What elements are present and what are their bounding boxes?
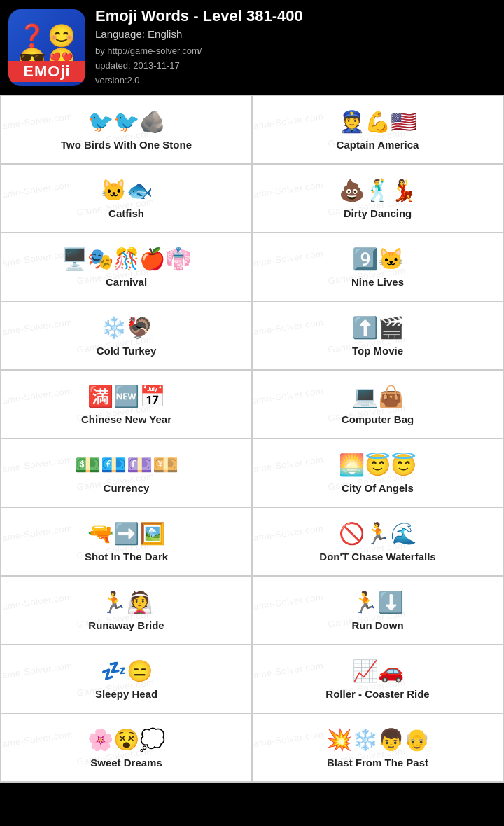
cell-label-11: City Of Angels [342,482,414,495]
grid-cell-12: Game-Solver.comGame-Solver.com🔫➡️🖼️Shot … [1,508,253,577]
cell-emojis-4: 🖥️🎭🎊🍎👘 [62,247,191,272]
watermark: Game-Solver.com [253,317,324,338]
cell-emojis-13: 🚫🏃🌊 [339,521,416,546]
grid-cell-7: Game-Solver.comGame-Solver.com⬆️🎬Top Mov… [253,302,504,371]
cell-emojis-5: 9️⃣🐱 [352,247,404,272]
watermark: Game-Solver.com [253,454,324,475]
watermark: Game-Solver.com [253,591,324,612]
watermark: Game-Solver.com [1,179,73,200]
cell-label-1: Captain America [337,139,419,151]
watermark: Game-Solver.com [253,523,324,544]
meta-info: by http://game-solver.com/ updated: 2013… [95,44,303,88]
grid-cell-4: Game-Solver.comGame-Solver.com🖥️🎭🎊🍎👘Carn… [1,233,253,302]
grid-cell-9: Game-Solver.comGame-Solver.com💻👜Computer… [253,371,504,439]
cell-label-10: Currency [104,482,150,495]
watermark: Game-Solver.com [1,385,73,406]
answer-grid: Game-Solver.comGame-Solver.com🐦🐦🪨Two Bir… [0,95,504,783]
cell-emojis-3: 💩🕺💃 [339,178,416,203]
grid-cell-11: Game-Solver.comGame-Solver.com🌅😇😇City Of… [253,439,504,508]
cell-emojis-17: 📈🚗 [352,659,404,684]
cell-emojis-19: 💥❄️👦👴 [326,727,430,752]
cell-label-16: Sleepy Head [95,688,158,701]
grid-cell-10: Game-Solver.comGame-Solver.com💵💶💷💴Curren… [1,439,253,508]
cell-emojis-8: 🈵🆕📅 [88,384,165,409]
cell-emojis-15: 🏃⬇️ [352,590,404,615]
grid-cell-1: Game-Solver.comGame-Solver.com👮💪🇺🇸Captai… [253,96,504,165]
cell-emojis-18: 🌸😵💭 [88,727,165,752]
cell-label-12: Shot In The Dark [85,551,168,563]
grid-cell-0: Game-Solver.comGame-Solver.com🐦🐦🪨Two Bir… [1,96,253,165]
cell-emojis-10: 💵💶💷💴 [75,453,178,478]
grid-cell-18: Game-Solver.comGame-Solver.com🌸😵💭Sweet D… [1,714,253,783]
cell-label-17: Roller - Coaster Ride [326,688,429,701]
cell-label-18: Sweet Dreams [90,757,162,769]
watermark: Game-Solver.com [253,248,324,269]
watermark: Game-Solver.com [253,660,324,681]
grid-cell-13: Game-Solver.comGame-Solver.com🚫🏃🌊Don'T C… [253,508,504,577]
watermark: Game-Solver.com [1,111,73,132]
grid-cell-15: Game-Solver.comGame-Solver.com🏃⬇️Run Dow… [253,577,504,645]
cell-emojis-11: 🌅😇😇 [339,453,416,478]
cell-emojis-12: 🔫➡️🖼️ [88,521,165,546]
cell-emojis-9: 💻👜 [352,384,404,409]
grid-cell-14: Game-Solver.comGame-Solver.com🏃👰Runaway … [1,577,253,645]
watermark: Game-Solver.com [1,317,73,338]
cell-label-14: Runaway Bride [88,619,164,632]
watermark: Game-Solver.com [253,111,324,132]
grid-cell-19: Game-Solver.comGame-Solver.com💥❄️👦👴Blast… [253,714,504,783]
cell-emojis-2: 🐱🐟 [101,178,153,203]
cell-label-19: Blast From The Past [327,757,428,769]
app-icon: ❓😊 😎😍 EMOji [8,9,85,86]
cell-emojis-14: 🏃👰 [101,590,153,615]
watermark: Game-Solver.com [253,729,324,750]
cell-emojis-0: 🐦🐦🪨 [88,109,165,135]
cell-label-2: Catfish [108,207,144,220]
grid-cell-3: Game-Solver.comGame-Solver.com💩🕺💃Dirty D… [253,165,504,233]
cell-label-13: Don'T Chase Waterfalls [319,551,435,563]
watermark: Game-Solver.com [1,591,73,612]
grid-cell-5: Game-Solver.comGame-Solver.com9️⃣🐱Nine L… [253,233,504,302]
grid-cell-8: Game-Solver.comGame-Solver.com🈵🆕📅Chinese… [1,371,253,439]
grid-cell-2: Game-Solver.comGame-Solver.com🐱🐟Catfish [1,165,253,233]
grid-cell-6: Game-Solver.comGame-Solver.com❄️🦃Cold Tu… [1,302,253,371]
cell-label-3: Dirty Dancing [344,207,412,220]
page-title: Emoji Words - Level 381-400 [95,7,303,25]
grid-cell-17: Game-Solver.comGame-Solver.com📈🚗Roller -… [253,645,504,714]
grid-cell-16: Game-Solver.comGame-Solver.com💤😑Sleepy H… [1,645,253,714]
cell-emojis-1: 👮💪🇺🇸 [339,109,416,135]
cell-emojis-7: ⬆️🎬 [352,315,404,340]
language-label: Language: English [95,28,303,40]
cell-emojis-16: 💤😑 [101,659,153,684]
cell-label-6: Cold Turkey [97,345,157,357]
watermark: Game-Solver.com [1,729,73,750]
app-header: ❓😊 😎😍 EMOji Emoji Words - Level 381-400 … [0,0,504,95]
cell-label-4: Carnival [106,276,147,289]
header-text: Emoji Words - Level 381-400 Language: En… [95,7,303,88]
watermark: Game-Solver.com [1,523,73,544]
watermark: Game-Solver.com [253,385,324,406]
cell-label-8: Chinese New Year [81,413,172,426]
cell-label-0: Two Birds With One Stone [61,139,192,151]
watermark: Game-Solver.com [1,660,73,681]
cell-label-15: Run Down [351,619,403,632]
cell-label-5: Nine Lives [351,276,404,289]
cell-label-7: Top Movie [352,345,403,357]
watermark: Game-Solver.com [1,454,73,475]
watermark: Game-Solver.com [253,179,324,200]
cell-emojis-6: ❄️🦃 [101,315,153,340]
cell-label-9: Computer Bag [342,413,414,426]
